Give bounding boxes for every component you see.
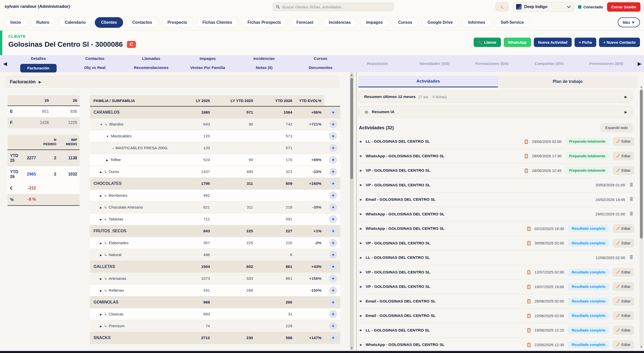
subnav-scroll-right-icon[interactable]: ▶ xyxy=(635,57,644,70)
activity-expand-caret-icon[interactable]: ▶ xyxy=(360,183,362,187)
activity-expand-caret-icon[interactable]: ▶ xyxy=(360,241,362,245)
add-row-button[interactable]: + xyxy=(329,144,337,152)
more-menu-button[interactable]: Más ▼ xyxy=(618,17,640,27)
row-expand-caret-icon[interactable]: ▶ xyxy=(100,277,102,280)
delete-activity-button[interactable] xyxy=(629,211,634,217)
global-search[interactable] xyxy=(272,3,394,11)
add-contact-button[interactable]: + Nuevo Contacto xyxy=(599,38,640,47)
nav-tab-contactos[interactable]: Contactos xyxy=(126,17,158,28)
scroll-down-icon[interactable]: ▼ xyxy=(350,346,354,349)
subnav-tab-novedades-0-0[interactable]: Novedades (0/0) xyxy=(406,61,463,66)
row-expand-caret-icon[interactable]: ▶ xyxy=(100,313,102,316)
edit-activity-button[interactable]: Editar xyxy=(613,166,634,175)
activity-expand-caret-icon[interactable]: ▶ xyxy=(360,329,362,332)
edit-activity-button[interactable]: Editar xyxy=(613,152,634,160)
edit-activity-button[interactable]: Editar xyxy=(613,282,634,291)
edit-activity-button[interactable]: Editar xyxy=(613,326,634,335)
add-row-button[interactable]: + xyxy=(329,168,337,176)
add-row-button[interactable]: + xyxy=(329,132,337,140)
nav-tab-google-drive[interactable]: Google Drive xyxy=(421,17,459,28)
add-row-button[interactable]: + xyxy=(329,251,337,259)
tab-plan-de-trabajo[interactable]: Plan de trabajo xyxy=(498,76,637,87)
add-row-button[interactable]: + xyxy=(329,156,337,164)
add-row-button[interactable]: + xyxy=(329,298,337,306)
whatsapp-button[interactable]: WhatsApp xyxy=(504,38,531,47)
subnav-tab-facturaci-n[interactable]: Facturación xyxy=(20,64,57,72)
scroll-up-icon[interactable]: ▲ xyxy=(639,85,643,88)
new-activity-button[interactable]: Nueva Actividad xyxy=(534,38,572,47)
subnav-tab-documentos[interactable]: Documentos xyxy=(292,64,349,72)
edit-activity-button[interactable]: Editar xyxy=(613,137,634,146)
subnav-tab-recomendaciones[interactable]: Recomendaciones xyxy=(123,64,179,72)
facturacion-section-header[interactable]: Facturación ▶ xyxy=(6,76,339,88)
theme-selector[interactable]: Deep Indigo xyxy=(513,2,574,12)
row-expand-caret-icon[interactable]: • xyxy=(112,147,113,150)
subnav-tab-obj-vs-real[interactable]: Obj vs Real xyxy=(66,64,123,72)
scroll-up-icon[interactable]: ▲ xyxy=(350,73,354,77)
activity-expand-caret-icon[interactable]: ▶ xyxy=(360,169,362,172)
row-expand-caret-icon[interactable]: ▶ xyxy=(100,194,102,197)
nav-tab-self-service[interactable]: Self-Service xyxy=(494,17,530,28)
nav-tab-incidencias[interactable]: Incidencias xyxy=(322,17,357,28)
subnav-tab-campa-as-0-0[interactable]: Campañas (0/0) xyxy=(520,61,578,66)
row-expand-caret-icon[interactable]: ▼ xyxy=(100,123,103,126)
delete-activity-button[interactable] xyxy=(629,182,634,188)
edit-activity-button[interactable]: Editar xyxy=(613,297,634,306)
subnav-tab-incidencias[interactable]: Incidencias xyxy=(236,55,292,62)
add-row-button[interactable]: + xyxy=(329,334,337,342)
add-row-button[interactable]: + xyxy=(329,180,337,188)
activity-expand-caret-icon[interactable]: ▶ xyxy=(360,285,362,288)
nav-tab-fichas-clientes[interactable]: Fichas Clientes xyxy=(196,17,238,28)
left-panel-scrollbar[interactable]: ▲ ▼ xyxy=(350,72,354,350)
add-row-button[interactable]: + xyxy=(329,286,337,294)
row-expand-caret-icon[interactable]: ▶ xyxy=(100,254,102,257)
edit-activity-button[interactable]: Editar xyxy=(613,340,634,349)
right-panel-scrollbar[interactable]: ▲ ▼ xyxy=(639,89,643,348)
subnav-tab-detalles[interactable]: Detalles xyxy=(10,55,66,62)
delete-activity-button[interactable] xyxy=(629,254,634,261)
row-expand-caret-icon[interactable]: ▶ xyxy=(100,242,102,245)
subnav-tab-impagos[interactable]: Impagos xyxy=(179,55,236,62)
activity-expand-caret-icon[interactable]: ▶ xyxy=(360,343,362,346)
subnav-tab-llamadas[interactable]: Llamadas xyxy=(123,55,179,62)
activity-expand-caret-icon[interactable]: ▶ xyxy=(360,270,362,274)
add-row-button[interactable]: + xyxy=(329,239,337,247)
activity-expand-caret-icon[interactable]: ▶ xyxy=(360,140,362,143)
search-input[interactable] xyxy=(282,5,390,9)
activity-expand-caret-icon[interactable]: ▶ xyxy=(360,299,362,303)
edit-activity-button[interactable]: Editar xyxy=(613,311,634,320)
subnav-tab-notas-0[interactable]: Notas (0) xyxy=(236,64,292,72)
row-expand-caret-icon[interactable]: ▶ xyxy=(100,325,102,328)
nav-tab-rutero[interactable]: Rutero xyxy=(30,17,56,28)
add-row-button[interactable]: + xyxy=(329,263,337,271)
activity-expand-caret-icon[interactable]: ▶ xyxy=(360,154,362,158)
row-expand-caret-icon[interactable]: ▼ xyxy=(106,135,109,138)
scrollbar-thumb[interactable] xyxy=(350,78,353,179)
nav-tab-prospects[interactable]: Prospects xyxy=(161,17,193,28)
nav-tab-forecast[interactable]: Forecast xyxy=(290,17,320,28)
summary-ia-card[interactable]: Resumen IA ▶ xyxy=(359,106,632,118)
scrollbar-thumb[interactable] xyxy=(640,90,643,239)
expand-all-button[interactable]: Expandir todo xyxy=(601,123,632,132)
tab-actividades[interactable]: Actividades xyxy=(358,76,498,87)
nav-tab-cursos[interactable]: Cursos xyxy=(392,17,418,28)
row-expand-caret-icon[interactable]: ▶ xyxy=(100,218,102,221)
add-row-button[interactable]: + xyxy=(329,108,337,116)
nav-tab-calendario[interactable]: Calendario xyxy=(58,17,92,28)
logout-button[interactable]: Cerrar Sesión xyxy=(607,2,640,12)
activity-expand-caret-icon[interactable]: ▶ xyxy=(360,198,362,201)
add-ficha-button[interactable]: + Ficha xyxy=(574,38,596,47)
add-row-button[interactable]: + xyxy=(329,120,337,128)
nav-tab-fichas-prospects[interactable]: Fichas Prospects xyxy=(241,17,287,28)
edit-activity-button[interactable]: Editar xyxy=(613,224,634,233)
edit-activity-button[interactable]: Editar xyxy=(613,239,634,247)
call-button[interactable]: Llamar xyxy=(474,38,501,47)
activity-expand-caret-icon[interactable]: ▶ xyxy=(360,256,362,259)
subnav-tab-ventas-por-familia[interactable]: Ventas Por Familia xyxy=(179,64,236,72)
summary-12-months-card[interactable]: Resumen últimos 12 meses (7 act. · 5 fic… xyxy=(359,91,632,103)
add-row-button[interactable]: + xyxy=(329,227,337,235)
nav-tab-clientes[interactable]: Clientes xyxy=(95,17,123,28)
row-expand-caret-icon[interactable]: ▶ xyxy=(100,206,102,209)
row-expand-caret-icon[interactable]: ▶ xyxy=(100,170,102,173)
subnav-tab-reposici-n[interactable]: Reposición xyxy=(349,61,406,66)
